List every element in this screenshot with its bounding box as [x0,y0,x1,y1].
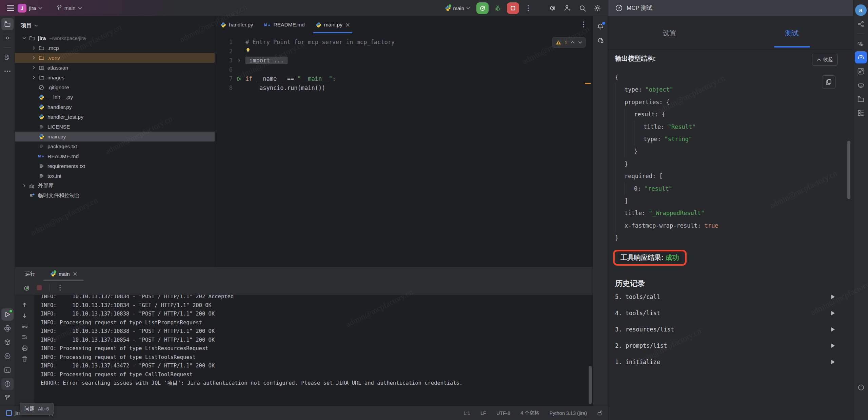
tree-item-.mcp[interactable]: .mcp [15,43,215,53]
close-icon[interactable] [346,23,350,27]
code-line-7[interactable]: 7if __name__ == "__main__": [215,74,593,83]
lock-icon[interactable] [597,410,603,416]
services-tool-button[interactable] [1,350,14,362]
code-line-6[interactable]: 6 [215,65,593,74]
tree-item-.gitignore[interactable]: .gitignore [15,82,215,92]
status-item[interactable]: 1:1 [463,411,470,416]
structure-tool-button[interactable] [1,51,14,63]
clear-trash-icon[interactable] [20,354,30,364]
next-warning-icon[interactable] [578,41,582,44]
grid-list-tool-button[interactable] [855,107,867,119]
mcp-tab-设置[interactable]: 设置 [608,16,731,50]
scroll-to-end-icon[interactable] [20,332,30,342]
problems-tool-button[interactable] [1,378,14,390]
avatar[interactable]: a [855,4,867,16]
power-icon[interactable] [855,381,867,393]
console-output[interactable]: INFO: 10.10.13.137:10834 - "POST / HTTP/… [35,295,593,406]
link-tool-button[interactable] [855,65,867,77]
mcp-tab-测试[interactable]: 测试 [731,16,853,50]
project-panel-header[interactable]: 项目 [15,16,215,33]
terminal-tool-button[interactable] [1,364,14,376]
code-line-2[interactable]: 2 [215,47,593,56]
run-tab-main[interactable]: main [49,267,78,281]
tree-item-requirements.txt[interactable]: requirements.txt [15,161,215,171]
rerun-icon[interactable] [21,282,32,293]
share-icon[interactable] [855,18,867,30]
branch-selector[interactable]: main [54,2,85,14]
hamburger-menu-icon[interactable] [7,5,14,11]
run-gutter-icon[interactable] [237,77,241,81]
chevron-right-icon[interactable] [20,184,28,188]
ai-chat-tool-button[interactable] [594,34,607,46]
run-config-selector[interactable]: main [442,2,473,14]
replay-icon[interactable] [830,343,835,348]
editor-tab-options-icon[interactable] [578,19,589,30]
tree-item-tox.ini[interactable]: tox.ini [15,171,215,181]
git-tool-button[interactable] [1,392,14,404]
line-number[interactable]: 8 [215,83,233,93]
replay-icon[interactable] [830,310,835,316]
output-schema-viewer[interactable]: {type: "object"properties: {result: {tit… [615,71,846,244]
code-line-3[interactable]: 3import ... [215,56,593,65]
project-badge[interactable]: J [18,4,26,13]
folder-tool-button[interactable] [855,93,867,105]
chevron-right-icon[interactable] [30,66,37,70]
project-selector[interactable]: jira [26,2,45,14]
tree-item-.venv[interactable]: .venv [15,53,215,63]
editor-tab-README.md[interactable]: MREADME.md [259,16,310,33]
line-number[interactable]: 1 [215,38,233,47]
copy-icon[interactable] [822,75,835,89]
editor-tab-main.py[interactable]: main.py [310,16,355,33]
tree-item-README.md[interactable]: MREADME.md [15,151,215,161]
mcp-scrollbar[interactable] [847,141,850,199]
tree-item-外部库[interactable]: 外部库 [15,181,215,191]
line-number[interactable]: 2 [215,47,233,56]
inspection-widget[interactable]: 1 [552,37,586,48]
tree-item-atlassian[interactable]: atlassian [15,63,215,73]
warning-stripe-mark[interactable] [585,83,591,84]
soft-wrap-icon[interactable] [20,321,30,331]
replay-icon[interactable] [830,327,835,332]
project-tool-button[interactable] [1,18,14,30]
tree-item-__init__.py[interactable]: __init__.py [15,92,215,102]
python-console-tool-button[interactable] [1,322,14,335]
search-icon[interactable] [577,2,588,14]
more-actions-icon[interactable] [522,2,534,14]
notifications-bell-icon[interactable] [594,20,607,33]
replay-icon[interactable] [830,294,835,300]
status-item[interactable]: Python 3.13 (jira) [550,411,587,416]
run-tool-button[interactable] [1,308,14,321]
chevron-down-icon[interactable] [20,37,28,39]
rerun-button[interactable] [476,2,489,14]
python-packages-tool-button[interactable] [1,336,14,348]
code-line-8[interactable]: 8 asyncio.run(main()) [215,83,593,93]
tree-item-handler_test.py[interactable]: handler_test.py [15,112,215,122]
add-user-icon[interactable] [562,2,573,14]
prev-warning-icon[interactable] [571,41,575,44]
stop-button[interactable] [507,2,519,14]
code-line-1[interactable]: 1# Entry Point for mcp server in mcp_fac… [215,38,593,47]
tree-item-images[interactable]: images [15,73,215,82]
tree-item-handler.py[interactable]: handler.py [15,102,215,112]
debug-button[interactable] [492,2,504,14]
settings-gear-icon[interactable] [592,2,603,14]
more-tools-button[interactable] [1,65,14,77]
console-scrollbar[interactable] [589,366,592,404]
status-item[interactable]: UTF-8 [496,411,510,416]
fold-gutter-icon[interactable] [238,59,240,62]
code-editor[interactable]: 1# Entry Point for mcp server in mcp_fac… [215,34,593,93]
pen-scribble-icon[interactable] [855,37,867,50]
robot-tool-button[interactable] [855,79,867,91]
bulb-icon[interactable] [245,47,251,53]
console-options-icon[interactable] [55,282,65,293]
line-number[interactable]: 7 [215,74,233,83]
chevron-right-icon[interactable] [30,46,37,50]
commit-tool-button[interactable] [1,32,14,44]
scroll-up-icon[interactable] [20,300,30,310]
close-icon[interactable] [73,272,77,276]
status-item[interactable]: 4 个空格 [520,410,539,416]
line-number[interactable]: 3 [215,56,233,65]
tree-item-LICENSE[interactable]: LICENSE [15,122,215,132]
status-item[interactable]: LF [480,411,486,416]
ai-assistant-icon[interactable] [547,2,558,14]
